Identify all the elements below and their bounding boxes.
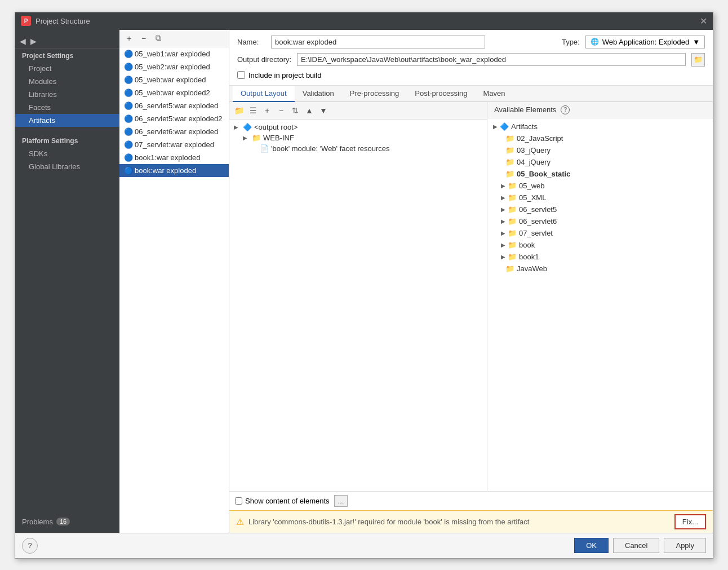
include-in-build-checkbox[interactable] bbox=[237, 71, 245, 79]
folder-icon: 📁 bbox=[505, 146, 514, 154]
middle-panel: + − ⧉ 🔵 05_web1:war exploded 🔵 05_web2:w… bbox=[119, 30, 229, 533]
sidebar-item-artifacts[interactable]: Artifacts bbox=[15, 114, 119, 127]
avail-group-xml[interactable]: ▶ 📁 05_XML bbox=[490, 192, 711, 204]
warning-icon: ⚠ bbox=[236, 516, 244, 527]
chevron-icon: ▶ bbox=[501, 242, 505, 248]
artifact-label: book1:war exploded bbox=[135, 153, 200, 162]
avail-item-jquery4[interactable]: 📁 04_jQuery bbox=[490, 156, 711, 168]
artifact-label: 05_web2:war exploded bbox=[135, 63, 210, 71]
chevron-icon: ▶ bbox=[501, 195, 505, 201]
forward-button[interactable]: ▶ bbox=[30, 37, 37, 46]
artifacts-icon: 🔷 bbox=[500, 122, 509, 131]
avail-label: 05_Book_static bbox=[517, 170, 570, 178]
avail-label: JavaWeb bbox=[517, 264, 547, 273]
artifact-icon: 🔵 bbox=[124, 166, 132, 174]
avail-group-book1[interactable]: ▶ 📁 book1 bbox=[490, 251, 711, 263]
tree-item-root[interactable]: ▶ 🔷 <output root> bbox=[232, 122, 485, 132]
artifact-icon: 🔵 bbox=[124, 101, 132, 109]
type-select[interactable]: 🌐 Web Application: Exploded ▼ bbox=[585, 36, 705, 48]
apply-button[interactable]: Apply bbox=[664, 538, 706, 553]
avail-group-servlet5[interactable]: ▶ 📁 06_servlet5 bbox=[490, 204, 711, 215]
tab-validation[interactable]: Validation bbox=[295, 86, 342, 102]
artifact-icon: 🔵 bbox=[124, 63, 132, 70]
artifact-item-7[interactable]: 🔵 07_servlet:war exploded bbox=[119, 138, 229, 151]
chevron-icon: ▶ bbox=[501, 218, 505, 224]
avail-label: 04_jQuery bbox=[517, 158, 551, 166]
tab-pre-processing[interactable]: Pre-processing bbox=[342, 86, 407, 102]
help-button[interactable]: ? bbox=[22, 538, 38, 554]
add-artifact-button[interactable]: + bbox=[123, 32, 135, 45]
content-area: 📁 ☰ + − ⇅ ▲ ▼ ▶ 🔷 <output root> bbox=[229, 102, 713, 491]
folder-icon: 📁 bbox=[508, 253, 517, 261]
avail-group-book[interactable]: ▶ 📁 book bbox=[490, 239, 711, 251]
title-bar: P Project Structure ✕ bbox=[15, 12, 713, 30]
output-list-button[interactable]: ☰ bbox=[247, 104, 259, 117]
output-add-button[interactable]: + bbox=[261, 104, 273, 117]
chevron-icon: ▶ bbox=[501, 206, 505, 213]
avail-item-js[interactable]: 📁 02_JavaScript bbox=[490, 132, 711, 144]
ellipsis-button[interactable]: ... bbox=[334, 495, 348, 507]
output-folder-button[interactable]: 📁 bbox=[233, 104, 245, 117]
browse-button[interactable]: 📁 bbox=[691, 53, 705, 67]
artifact-item-3[interactable]: 🔵 05_web:war exploded2 bbox=[119, 86, 229, 99]
artifact-icon: 🔵 bbox=[124, 153, 132, 161]
sidebar-item-global-libraries[interactable]: Global Libraries bbox=[15, 160, 119, 173]
show-content-checkbox[interactable] bbox=[235, 497, 242, 505]
chevron-icon: ▶ bbox=[243, 135, 250, 141]
output-sort-button[interactable]: ⇅ bbox=[289, 104, 301, 117]
platform-settings-header: Platform Settings bbox=[15, 131, 119, 147]
tab-output-layout[interactable]: Output Layout bbox=[233, 86, 295, 102]
chevron-icon: ▶ bbox=[501, 183, 505, 189]
artifact-label: 06_servlet5:war exploded2 bbox=[135, 114, 222, 123]
artifact-item-2[interactable]: 🔵 05_web:war exploded bbox=[119, 73, 229, 86]
project-structure-dialog: P Project Structure ✕ ◀ ▶ Project Settin… bbox=[15, 12, 713, 559]
show-content-label: Show content of elements bbox=[245, 497, 330, 505]
fix-button[interactable]: Fix... bbox=[674, 514, 706, 529]
avail-label: 03_jQuery bbox=[517, 146, 551, 154]
name-row: Name: Type: 🌐 Web Application: Exploded … bbox=[237, 36, 705, 48]
tab-post-processing[interactable]: Post-processing bbox=[407, 86, 475, 102]
sidebar-item-libraries[interactable]: Libraries bbox=[15, 88, 119, 101]
avail-group-web[interactable]: ▶ 📁 05_web bbox=[490, 180, 711, 192]
avail-group-servlet[interactable]: ▶ 📁 07_servlet bbox=[490, 227, 711, 239]
close-button[interactable]: ✕ bbox=[700, 16, 707, 26]
output-remove-button[interactable]: − bbox=[275, 104, 287, 117]
artifact-item-1[interactable]: 🔵 05_web2:war exploded bbox=[119, 60, 229, 73]
remove-artifact-button[interactable]: − bbox=[137, 32, 150, 45]
output-up-button[interactable]: ▲ bbox=[303, 104, 316, 117]
sidebar-item-project[interactable]: Project bbox=[15, 62, 119, 75]
avail-item-book-static[interactable]: 📁 05_Book_static bbox=[490, 168, 711, 180]
avail-label: 02_JavaScript bbox=[517, 134, 563, 143]
sidebar-item-sdks[interactable]: SDKs bbox=[15, 147, 119, 160]
artifact-item-0[interactable]: 🔵 05_web1:war exploded bbox=[119, 47, 229, 60]
type-value: Web Application: Exploded bbox=[602, 38, 689, 46]
tree-item-module[interactable]: ▶ 📄 'book' module: 'Web' facet resources bbox=[232, 143, 485, 154]
output-down-button[interactable]: ▼ bbox=[317, 104, 330, 117]
copy-artifact-button[interactable]: ⧉ bbox=[152, 32, 165, 45]
avail-item-javaweb[interactable]: 📁 JavaWeb bbox=[490, 263, 711, 275]
artifact-item-8[interactable]: 🔵 book1:war exploded bbox=[119, 151, 229, 164]
output-dir-input[interactable] bbox=[297, 53, 686, 66]
artifact-item-6[interactable]: 🔵 06_servlet6:war exploded bbox=[119, 125, 229, 138]
tab-maven[interactable]: Maven bbox=[475, 86, 513, 102]
artifact-item-9[interactable]: 🔵 book:war exploded bbox=[119, 164, 229, 177]
artifact-icon: 🔵 bbox=[124, 127, 132, 135]
warning-bar: ⚠ Library 'commons-dbutils-1.3.jar!' req… bbox=[229, 510, 713, 533]
avail-group-servlet6[interactable]: ▶ 📁 06_servlet6 bbox=[490, 215, 711, 227]
name-input[interactable] bbox=[271, 36, 485, 48]
available-tree: ▶ 🔷 Artifacts 📁 02_JavaScript 📁 03_jQuer… bbox=[487, 118, 713, 491]
ok-button[interactable]: OK bbox=[574, 538, 609, 553]
back-button[interactable]: ◀ bbox=[20, 37, 26, 46]
artifact-item-5[interactable]: 🔵 06_servlet5:war exploded2 bbox=[119, 112, 229, 125]
sidebar-item-facets[interactable]: Facets bbox=[15, 101, 119, 114]
artifact-label: 05_web:war exploded2 bbox=[135, 89, 210, 97]
artifact-item-4[interactable]: 🔵 06_servlet5:war exploded bbox=[119, 99, 229, 112]
problems-row[interactable]: Problems 16 bbox=[15, 515, 119, 528]
help-icon[interactable]: ? bbox=[561, 105, 570, 114]
tree-item-webinf[interactable]: ▶ 📁 WEB-INF bbox=[232, 132, 485, 143]
sidebar-item-modules[interactable]: Modules bbox=[15, 75, 119, 88]
cancel-button[interactable]: Cancel bbox=[613, 538, 659, 553]
folder-icon: 📁 bbox=[508, 229, 517, 237]
avail-group-artifacts[interactable]: ▶ 🔷 Artifacts bbox=[490, 121, 711, 132]
avail-item-jquery3[interactable]: 📁 03_jQuery bbox=[490, 144, 711, 156]
